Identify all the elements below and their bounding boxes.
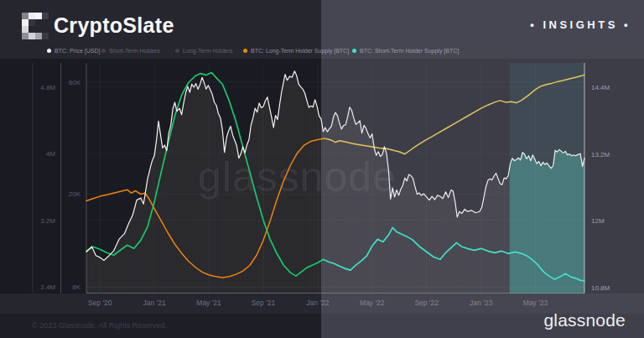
legend-label: BTC: Price [USD] (55, 48, 100, 54)
x-axis-label: Sep '21 (245, 299, 282, 307)
legend-label: Long-Term Holders (183, 48, 233, 54)
sth-axis-label: 2.4M (30, 283, 55, 291)
x-axis-label: Jan '22 (299, 299, 336, 307)
x-axis-label: Sep '20 (81, 299, 118, 307)
cryptoslate-insights-card: glassnode 4.8M4M3.2M2.4M60K20K8K14.4M13.… (0, 0, 644, 338)
legend-item-btc-price-usd[interactable]: BTC: Price [USD] (47, 48, 100, 54)
legend-dot-icon (243, 49, 247, 53)
legend-dot-icon (101, 49, 106, 53)
price-axis-label: 8K (55, 283, 80, 291)
legend-label: Short-Term Holders (109, 48, 160, 54)
legend-label: BTC: Long-Term Holder Supply [BTC] (251, 48, 349, 54)
price-axis-label: 60K (55, 79, 80, 86)
sth-axis-label: 4M (30, 150, 55, 158)
lth-axis-label: 12M (591, 217, 605, 225)
legend-item-short-term-holders[interactable]: Short-Term Holders (101, 48, 160, 54)
x-axis-label: May '23 (517, 299, 554, 307)
x-axis-label: Sep '22 (408, 299, 445, 307)
x-axis-label: May '22 (354, 299, 391, 307)
sth-axis-label: 4.8M (30, 84, 55, 91)
lth-axis-label: 10.8M (591, 284, 610, 292)
legend-item-btc-long-term-holder-supply-btc[interactable]: BTC: Long-Term Holder Supply [BTC] (243, 48, 349, 54)
glassnode-wordmark: glassnode (543, 310, 626, 330)
price-axis-label: 20K (55, 190, 80, 198)
insights-badge: • INSIGHTS • (530, 18, 631, 31)
legend-item-btc-short-term-holder-supply-btc[interactable]: BTC: Short-Term Holder Supply [BTC] (352, 48, 459, 54)
x-axis-label: Jan '23 (463, 299, 500, 307)
sth-axis-label: 3.2M (30, 217, 55, 225)
brand-title: CryptoSlate (54, 13, 174, 38)
lth-axis-label: 13.2M (591, 151, 610, 159)
x-axis-label: May '21 (190, 299, 227, 307)
copyright-text: © 2023 Glassnode. All Rights Reserved. (32, 321, 167, 330)
lth-axis-label: 14.4M (591, 84, 610, 91)
legend-label: BTC: Short-Term Holder Supply [BTC] (360, 48, 459, 54)
legend-dot-icon (47, 49, 51, 53)
legend-dot-icon (175, 49, 179, 53)
x-axis-label: Jan '21 (136, 299, 173, 307)
cryptoslate-logo[interactable] (22, 13, 49, 39)
legend-dot-icon (352, 49, 356, 53)
legend-item-long-term-holders[interactable]: Long-Term Holders (175, 48, 233, 54)
